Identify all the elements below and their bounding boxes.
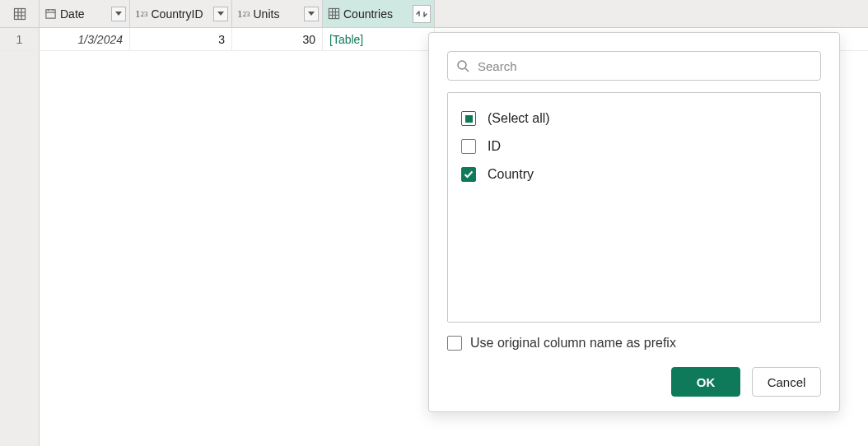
- cell-date[interactable]: 1/3/2024: [40, 28, 130, 50]
- expand-column-popup: (Select all) ID Country Use original col…: [428, 32, 840, 412]
- column-label: Countries: [343, 7, 409, 21]
- table-icon: [328, 7, 340, 20]
- option-label: ID: [488, 139, 501, 154]
- svg-rect-0: [14, 8, 25, 19]
- option-label: Country: [488, 167, 534, 182]
- svg-rect-5: [46, 10, 55, 18]
- option-label: (Select all): [488, 111, 550, 126]
- svg-rect-9: [329, 8, 338, 18]
- checkbox-unchecked[interactable]: [461, 139, 476, 154]
- expand-column-button[interactable]: [413, 5, 431, 23]
- calendar-icon: [44, 7, 57, 20]
- column-filter-button[interactable]: [213, 7, 228, 21]
- svg-point-14: [458, 61, 466, 69]
- search-input[interactable]: [476, 58, 812, 74]
- column-label: Date: [60, 7, 108, 21]
- chevron-down-icon: [308, 12, 315, 16]
- column-label: Units: [254, 7, 301, 21]
- table-icon: [13, 7, 26, 21]
- prefix-option[interactable]: Use original column name as prefix: [447, 336, 821, 351]
- column-header-countryid[interactable]: 123 CountryID: [130, 0, 232, 27]
- row-gutter: [0, 51, 40, 446]
- svg-line-15: [465, 68, 469, 72]
- option-id[interactable]: ID: [460, 132, 809, 160]
- search-box[interactable]: [447, 51, 821, 81]
- row-header-corner[interactable]: [0, 0, 40, 27]
- cell-units[interactable]: 30: [232, 28, 323, 50]
- checkbox-checked[interactable]: [461, 167, 476, 182]
- column-filter-button[interactable]: [111, 7, 126, 21]
- column-options-list: (Select all) ID Country: [447, 92, 821, 323]
- column-filter-button[interactable]: [304, 7, 319, 21]
- option-select-all[interactable]: (Select all): [460, 105, 809, 132]
- number-type-icon: 123: [135, 7, 148, 21]
- row-number: 1: [0, 28, 40, 50]
- number-type-icon: 123: [237, 7, 250, 21]
- column-header-row: Date 123 CountryID 123 Units Countries: [0, 0, 868, 28]
- cell-countryid[interactable]: 3: [130, 28, 232, 50]
- checkbox-indeterminate[interactable]: [461, 111, 476, 126]
- column-label: CountryID: [152, 7, 211, 21]
- column-header-countries[interactable]: Countries: [323, 0, 435, 27]
- search-icon: [456, 59, 469, 72]
- chevron-down-icon: [115, 12, 122, 16]
- cancel-button[interactable]: Cancel: [752, 367, 821, 397]
- expand-icon: [416, 9, 427, 19]
- checkbox-unchecked[interactable]: [447, 336, 462, 351]
- ok-button[interactable]: OK: [671, 367, 740, 397]
- cell-countries[interactable]: [Table]: [323, 28, 435, 50]
- chevron-down-icon: [217, 12, 224, 16]
- dialog-buttons: OK Cancel: [447, 367, 821, 397]
- column-header-date[interactable]: Date: [40, 0, 130, 27]
- prefix-label: Use original column name as prefix: [470, 336, 676, 351]
- column-header-units[interactable]: 123 Units: [232, 0, 323, 27]
- option-country[interactable]: Country: [460, 160, 809, 188]
